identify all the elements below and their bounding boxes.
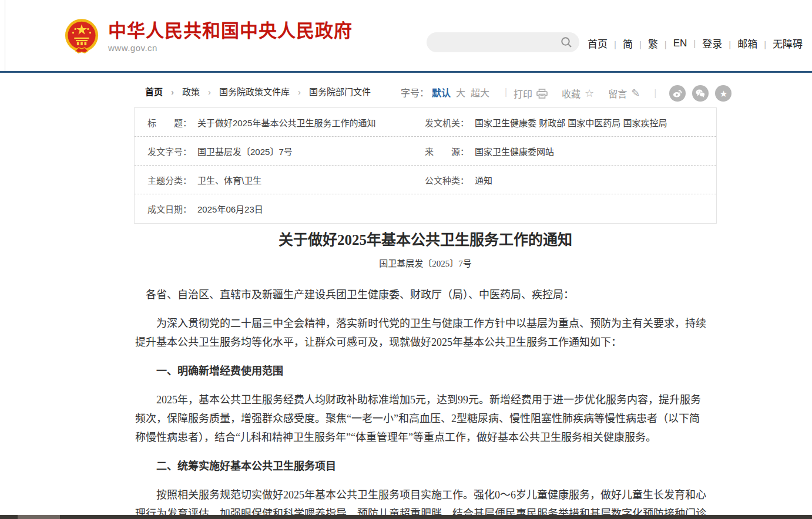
comment-label: 留言: [608, 86, 627, 100]
divider: |: [654, 88, 656, 99]
comment-button[interactable]: 留言 ✎: [608, 86, 640, 100]
breadcrumb-policy-library[interactable]: 国务院政策文件库: [219, 85, 309, 97]
meta-value-source: 国家卫生健康委网站: [475, 145, 554, 157]
meta-row-docnumber: 发文字号： 国卫基层发〔2025〕7号 来 源： 国家卫生健康委网站: [135, 137, 716, 166]
search-icon[interactable]: [561, 36, 572, 50]
nav-mailbox[interactable]: 邮箱: [737, 36, 773, 50]
meta-value-title: 关于做好2025年基本公共卫生服务工作的通知: [197, 116, 375, 129]
meta-row-title: 标 题： 关于做好2025年基本公共卫生服务工作的通知 发文机关： 国家卫生健康…: [135, 108, 716, 137]
weibo-icon[interactable]: [669, 85, 686, 102]
favorite-label: 收藏: [562, 86, 581, 100]
national-emblem-icon: [65, 18, 99, 56]
font-size-xlarge[interactable]: 超大: [471, 85, 489, 99]
wechat-icon[interactable]: [692, 85, 709, 102]
meta-row-category: 主题分类： 卫生、体育\卫生 公文种类： 通知: [135, 166, 716, 194]
nav-traditional[interactable]: 繁: [648, 36, 673, 50]
divider: |: [505, 87, 507, 97]
salutation-paragraph: 各省、自治区、直辖市及新疆生产建设兵团卫生健康委、财政厅（局）、中医药局、疾控局…: [135, 285, 706, 304]
search-box[interactable]: [427, 32, 579, 52]
meta-value-issuer: 国家卫生健康委 财政部 国家中医药局 国家疾控局: [475, 116, 667, 129]
bottom-window-bar: [0, 515, 812, 519]
site-url: www.gov.cn: [108, 43, 353, 53]
meta-label-title: 标 题：: [147, 116, 192, 129]
meta-row-date: 成文日期： 2025年06月23日: [135, 194, 716, 223]
favorite-button[interactable]: 收藏 ☆: [562, 86, 594, 100]
article: 关于做好2025年基本公共卫生服务工作的通知 国卫基层发〔2025〕7号 各省、…: [134, 231, 717, 519]
breadcrumb-policy[interactable]: 政策: [182, 85, 219, 97]
nav-accessibility[interactable]: 无障碍: [773, 36, 803, 50]
section1-paragraph: 2025年，基本公共卫生服务经费人均财政补助标准增加5元，达到99元。新增经费用…: [135, 390, 706, 447]
section2-paragraph: 按照相关服务规范切实做好2025年基本公共卫生服务项目实施工作。强化0～6岁儿童…: [135, 486, 706, 519]
document-title: 关于做好2025年基本公共卫生服务工作的通知: [134, 231, 717, 250]
breadcrumb-home[interactable]: 首页: [145, 85, 182, 97]
print-label: 打印: [514, 86, 532, 100]
share-buttons: ★: [669, 85, 738, 102]
printer-icon: [536, 89, 548, 99]
site-header: 中华人民共和国中央人民政府 www.gov.cn 首页 简 繁 EN 登录 邮箱…: [0, 0, 812, 73]
intro-paragraph: 为深入贯彻党的二十届三中全会精神，落实新时代党的卫生与健康工作方针中以基层为重点…: [135, 314, 706, 352]
meta-label-doctype: 公文种类：: [425, 174, 469, 186]
logo-text: 中华人民共和国中央人民政府 www.gov.cn: [108, 21, 353, 53]
section1-heading: 一、明确新增经费使用范围: [135, 362, 706, 380]
breadcrumb: 首页 政策 国务院政策文件库 国务院部门文件: [145, 85, 371, 97]
breadcrumb-dept-docs[interactable]: 国务院部门文件: [309, 85, 371, 97]
meta-value-doctype: 通知: [475, 174, 492, 186]
font-size-default[interactable]: 默认: [432, 85, 451, 99]
document-meta-table: 标 题： 关于做好2025年基本公共卫生服务工作的通知 发文机关： 国家卫生健康…: [134, 107, 717, 224]
site-logo[interactable]: 中华人民共和国中央人民政府 www.gov.cn: [65, 18, 353, 56]
window-edge-line: [5, 0, 5, 71]
star-glyph: ★: [720, 89, 727, 98]
search-input[interactable]: [436, 32, 553, 52]
document-number: 国卫基层发〔2025〕7号: [134, 257, 717, 269]
font-size-control: 字号： 默认 大 超大 |: [401, 85, 507, 99]
meta-label-docnumber: 发文字号：: [147, 145, 192, 157]
nav-home[interactable]: 首页: [588, 36, 623, 50]
article-actions: 打印 收藏 ☆ 留言 ✎ |: [514, 85, 738, 102]
meta-label-category: 主题分类：: [147, 174, 192, 186]
meta-value-docnumber: 国卫基层发〔2025〕7号: [197, 145, 293, 157]
nav-login[interactable]: 登录: [702, 36, 737, 50]
font-size-label: 字号：: [401, 85, 429, 99]
font-size-large[interactable]: 大: [456, 85, 465, 99]
bottom-bar-segment: [18, 515, 60, 519]
section2-heading: 二、统筹实施好基本公共卫生服务项目: [135, 457, 706, 476]
pencil-icon: ✎: [631, 87, 640, 100]
document-body: 各省、自治区、直辖市及新疆生产建设兵团卫生健康委、财政厅（局）、中医药局、疾控局…: [135, 285, 706, 519]
star-icon: ☆: [585, 87, 594, 100]
page-toolbar: 首页 政策 国务院政策文件库 国务院部门文件 字号： 默认 大 超大 | 打印 …: [0, 82, 812, 100]
nav-simplified[interactable]: 简: [623, 36, 648, 50]
meta-value-category: 卫生、体育\卫生: [197, 174, 261, 186]
meta-label-issuer: 发文机关：: [425, 116, 469, 129]
meta-label-date: 成文日期：: [147, 203, 192, 215]
print-button[interactable]: 打印: [514, 86, 548, 100]
top-nav: 首页 简 繁 EN 登录 邮箱 无障碍: [588, 36, 803, 50]
site-title: 中华人民共和国中央人民政府: [108, 21, 353, 41]
nav-english[interactable]: EN: [673, 38, 703, 49]
qzone-star-icon[interactable]: ★: [715, 85, 732, 102]
meta-value-date: 2025年06月23日: [197, 203, 263, 215]
meta-label-source: 来 源：: [425, 145, 469, 157]
